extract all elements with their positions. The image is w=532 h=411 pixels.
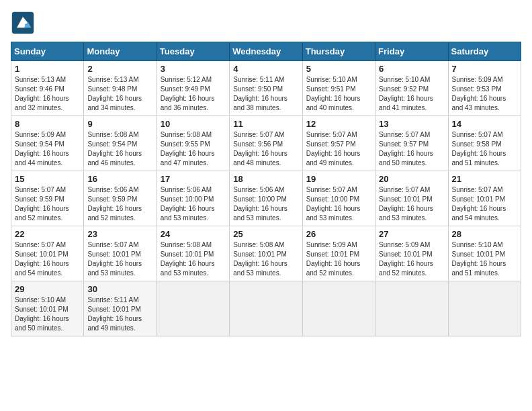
calendar-cell: 26Sunrise: 5:09 AMSunset: 10:01 PMDaylig… xyxy=(302,226,375,281)
day-info: Sunrise: 5:11 AMSunset: 9:50 PMDaylight:… xyxy=(233,75,298,113)
day-number: 29 xyxy=(15,284,80,294)
day-info: Sunrise: 5:07 AMSunset: 9:59 PMDaylight:… xyxy=(15,185,80,223)
calendar-day-header: Monday xyxy=(84,42,157,61)
calendar-week-row: 1Sunrise: 5:13 AMSunset: 9:46 PMDaylight… xyxy=(11,61,521,116)
calendar-cell: 8Sunrise: 5:09 AMSunset: 9:54 PMDaylight… xyxy=(11,116,84,171)
calendar-day-header: Thursday xyxy=(302,42,375,61)
day-info: Sunrise: 5:08 AMSunset: 9:54 PMDaylight:… xyxy=(87,130,152,168)
day-number: 30 xyxy=(87,284,152,294)
day-info: Sunrise: 5:10 AMSunset: 10:01 PMDaylight… xyxy=(452,240,517,278)
day-info: Sunrise: 5:10 AMSunset: 9:52 PMDaylight:… xyxy=(379,75,444,113)
day-number: 13 xyxy=(379,119,444,129)
day-number: 2 xyxy=(87,64,152,74)
day-info: Sunrise: 5:10 AMSunset: 10:01 PMDaylight… xyxy=(15,295,80,333)
calendar-week-row: 8Sunrise: 5:09 AMSunset: 9:54 PMDaylight… xyxy=(11,116,521,171)
day-number: 7 xyxy=(452,64,517,74)
day-info: Sunrise: 5:07 AMSunset: 10:00 PMDaylight… xyxy=(306,185,371,223)
calendar-cell: 17Sunrise: 5:06 AMSunset: 10:00 PMDaylig… xyxy=(157,171,229,226)
calendar-cell: 23Sunrise: 5:07 AMSunset: 10:01 PMDaylig… xyxy=(84,226,157,281)
day-number: 10 xyxy=(161,119,226,129)
day-number: 5 xyxy=(306,64,371,74)
day-number: 3 xyxy=(161,64,226,74)
day-info: Sunrise: 5:06 AMSunset: 10:00 PMDaylight… xyxy=(161,185,226,223)
day-info: Sunrise: 5:09 AMSunset: 10:01 PMDaylight… xyxy=(379,240,444,278)
day-number: 9 xyxy=(87,119,152,129)
day-number: 4 xyxy=(233,64,298,74)
day-number: 11 xyxy=(233,119,298,129)
day-number: 28 xyxy=(452,229,517,239)
day-info: Sunrise: 5:13 AMSunset: 9:48 PMDaylight:… xyxy=(87,75,152,113)
day-number: 15 xyxy=(15,174,80,184)
day-number: 8 xyxy=(15,119,80,129)
day-info: Sunrise: 5:06 AMSunset: 9:59 PMDaylight:… xyxy=(87,185,152,223)
day-number: 19 xyxy=(306,174,371,184)
calendar-cell: 5Sunrise: 5:10 AMSunset: 9:51 PMDaylight… xyxy=(302,61,375,116)
day-number: 20 xyxy=(379,174,444,184)
day-number: 1 xyxy=(15,64,80,74)
calendar-week-row: 29Sunrise: 5:10 AMSunset: 10:01 PMDaylig… xyxy=(11,281,521,336)
day-number: 25 xyxy=(233,229,298,239)
calendar-day-header: Friday xyxy=(375,42,448,61)
calendar-day-header: Wednesday xyxy=(230,42,302,61)
calendar-cell: 16Sunrise: 5:06 AMSunset: 9:59 PMDayligh… xyxy=(84,171,157,226)
calendar-cell: 27Sunrise: 5:09 AMSunset: 10:01 PMDaylig… xyxy=(375,226,448,281)
calendar-cell: 11Sunrise: 5:07 AMSunset: 9:56 PMDayligh… xyxy=(230,116,302,171)
day-number: 26 xyxy=(306,229,371,239)
calendar-cell: 3Sunrise: 5:12 AMSunset: 9:49 PMDaylight… xyxy=(157,61,229,116)
calendar-cell xyxy=(302,281,375,336)
calendar-cell: 28Sunrise: 5:10 AMSunset: 10:01 PMDaylig… xyxy=(448,226,521,281)
day-number: 21 xyxy=(452,174,517,184)
calendar-header-row: SundayMondayTuesdayWednesdayThursdayFrid… xyxy=(11,42,521,61)
calendar-cell: 25Sunrise: 5:08 AMSunset: 10:01 PMDaylig… xyxy=(230,226,302,281)
calendar-cell: 2Sunrise: 5:13 AMSunset: 9:48 PMDaylight… xyxy=(84,61,157,116)
day-number: 14 xyxy=(452,119,517,129)
day-number: 16 xyxy=(87,174,152,184)
day-info: Sunrise: 5:13 AMSunset: 9:46 PMDaylight:… xyxy=(15,75,80,113)
calendar-cell: 21Sunrise: 5:07 AMSunset: 10:01 PMDaylig… xyxy=(448,171,521,226)
day-number: 12 xyxy=(306,119,371,129)
calendar-cell xyxy=(448,281,521,336)
day-number: 27 xyxy=(379,229,444,239)
calendar-cell: 13Sunrise: 5:07 AMSunset: 9:57 PMDayligh… xyxy=(375,116,448,171)
day-info: Sunrise: 5:09 AMSunset: 9:54 PMDaylight:… xyxy=(15,130,80,168)
day-info: Sunrise: 5:09 AMSunset: 9:53 PMDaylight:… xyxy=(452,75,517,113)
calendar-cell: 14Sunrise: 5:07 AMSunset: 9:58 PMDayligh… xyxy=(448,116,521,171)
day-info: Sunrise: 5:07 AMSunset: 9:57 PMDaylight:… xyxy=(306,130,371,168)
day-info: Sunrise: 5:07 AMSunset: 10:01 PMDaylight… xyxy=(379,185,444,223)
day-info: Sunrise: 5:08 AMSunset: 10:01 PMDaylight… xyxy=(233,240,298,278)
calendar-cell: 12Sunrise: 5:07 AMSunset: 9:57 PMDayligh… xyxy=(302,116,375,171)
calendar-cell: 24Sunrise: 5:08 AMSunset: 10:01 PMDaylig… xyxy=(157,226,229,281)
calendar-day-header: Saturday xyxy=(448,42,521,61)
day-info: Sunrise: 5:07 AMSunset: 10:01 PMDaylight… xyxy=(15,240,80,278)
day-info: Sunrise: 5:07 AMSunset: 9:58 PMDaylight:… xyxy=(452,130,517,168)
calendar-cell: 18Sunrise: 5:06 AMSunset: 10:00 PMDaylig… xyxy=(230,171,302,226)
page-header xyxy=(11,11,521,35)
calendar-cell: 19Sunrise: 5:07 AMSunset: 10:00 PMDaylig… xyxy=(302,171,375,226)
calendar-cell xyxy=(375,281,448,336)
calendar-cell: 20Sunrise: 5:07 AMSunset: 10:01 PMDaylig… xyxy=(375,171,448,226)
calendar-week-row: 15Sunrise: 5:07 AMSunset: 9:59 PMDayligh… xyxy=(11,171,521,226)
day-info: Sunrise: 5:10 AMSunset: 9:51 PMDaylight:… xyxy=(306,75,371,113)
calendar-body: 1Sunrise: 5:13 AMSunset: 9:46 PMDaylight… xyxy=(11,61,521,336)
day-info: Sunrise: 5:11 AMSunset: 10:01 PMDaylight… xyxy=(87,295,152,333)
calendar-cell: 10Sunrise: 5:08 AMSunset: 9:55 PMDayligh… xyxy=(157,116,229,171)
day-number: 22 xyxy=(15,229,80,239)
calendar-cell xyxy=(230,281,302,336)
day-number: 17 xyxy=(161,174,226,184)
calendar-day-header: Tuesday xyxy=(157,42,229,61)
day-number: 24 xyxy=(161,229,226,239)
calendar-cell: 6Sunrise: 5:10 AMSunset: 9:52 PMDaylight… xyxy=(375,61,448,116)
day-number: 18 xyxy=(233,174,298,184)
day-number: 23 xyxy=(87,229,152,239)
day-info: Sunrise: 5:06 AMSunset: 10:00 PMDaylight… xyxy=(233,185,298,223)
day-info: Sunrise: 5:08 AMSunset: 10:01 PMDaylight… xyxy=(161,240,226,278)
day-info: Sunrise: 5:12 AMSunset: 9:49 PMDaylight:… xyxy=(161,75,226,113)
calendar-cell: 9Sunrise: 5:08 AMSunset: 9:54 PMDaylight… xyxy=(84,116,157,171)
logo-icon xyxy=(11,11,35,35)
calendar-cell: 1Sunrise: 5:13 AMSunset: 9:46 PMDaylight… xyxy=(11,61,84,116)
calendar-cell xyxy=(157,281,229,336)
calendar-table: SundayMondayTuesdayWednesdayThursdayFrid… xyxy=(11,42,521,336)
calendar-cell: 4Sunrise: 5:11 AMSunset: 9:50 PMDaylight… xyxy=(230,61,302,116)
calendar-cell: 15Sunrise: 5:07 AMSunset: 9:59 PMDayligh… xyxy=(11,171,84,226)
day-info: Sunrise: 5:08 AMSunset: 9:55 PMDaylight:… xyxy=(161,130,226,168)
